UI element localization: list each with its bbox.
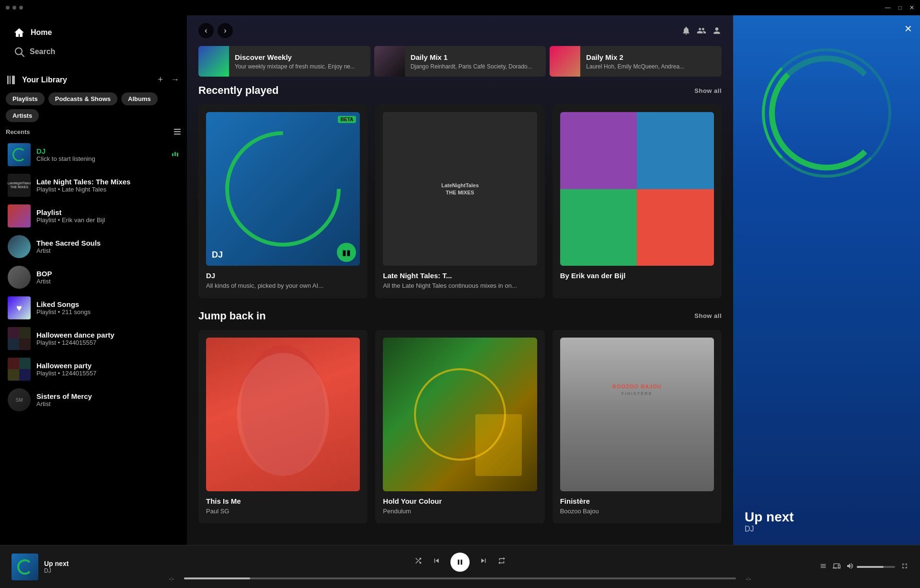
- hold-colour-sub: Pendulum: [383, 507, 537, 516]
- player-artist: DJ: [44, 567, 155, 574]
- jump-back-card-hold-colour[interactable]: Hold Your Colour Pendulum: [375, 330, 544, 524]
- bop-name: BOP: [36, 270, 179, 278]
- volume-icon[interactable]: [846, 562, 854, 572]
- dj-name: DJ: [36, 147, 166, 155]
- jump-back-card-finistere[interactable]: BOOZOO BAJOU FINISTÈRE Finistère Boozoo …: [552, 330, 722, 524]
- minimize-button[interactable]: —: [885, 4, 891, 11]
- volume-fill: [857, 566, 884, 568]
- sidebar-top: Home Search: [0, 15, 187, 65]
- collage-cell-1: [560, 112, 637, 189]
- topbar-actions: [681, 26, 722, 35]
- notifications-button[interactable]: [681, 26, 691, 35]
- library-item-bop[interactable]: BOP Artist: [2, 262, 185, 293]
- dj-playing-icon: [172, 150, 179, 159]
- halloween-dance-sub: Playlist • 1244015557: [36, 339, 179, 346]
- pause-button[interactable]: [450, 553, 470, 572]
- fullscreen-button[interactable]: [901, 562, 908, 572]
- collage-cell-4: [637, 189, 714, 266]
- shuffle-button[interactable]: [414, 556, 423, 567]
- recents-label[interactable]: Recents: [6, 128, 30, 136]
- library-item-sacred[interactable]: Thee Sacred Souls Artist: [2, 231, 185, 262]
- tab-podcasts[interactable]: Podcasts & Shows: [48, 92, 117, 105]
- svg-rect-2: [7, 76, 9, 84]
- top-card-daily-mix-1[interactable]: Daily Mix 1 Django Reinhardt, Paris Café…: [374, 46, 546, 77]
- recents-row: Recents: [0, 126, 187, 139]
- close-button[interactable]: ✕: [909, 4, 914, 11]
- player-info: Up next DJ: [44, 560, 155, 574]
- recently-played-title: Recently played: [198, 84, 279, 97]
- sacred-thumb: [8, 235, 31, 258]
- lnt-thumb: LateNightTalesTHE MIXES: [8, 174, 31, 197]
- sisters-sub: Artist: [36, 400, 179, 407]
- recently-played-card-dj[interactable]: BETA DJ ▮▮ DJ All kinds of music, picked…: [198, 104, 368, 298]
- sisters-thumb: SM: [8, 388, 31, 411]
- dj-beta-badge: BETA: [338, 116, 356, 123]
- collage-card-title: By Erik van der Bijl: [560, 271, 714, 280]
- devices-button[interactable]: [833, 562, 840, 572]
- tab-playlists[interactable]: Playlists: [6, 92, 45, 105]
- lnt-card-sub: All the Late Night Tales continuous mixe…: [383, 282, 537, 290]
- library-item-halloween-dance[interactable]: Halloween dance party Playlist • 1244015…: [2, 323, 185, 354]
- tab-albums[interactable]: Albums: [121, 92, 158, 105]
- titlebar-controls: — □ ✕: [885, 4, 914, 11]
- recently-played-section: Recently played Show all BETA DJ ▮▮ DJ A…: [187, 84, 733, 310]
- sidebar-item-search[interactable]: Search: [8, 42, 179, 61]
- topbar-nav: ‹ ›: [198, 23, 233, 38]
- panel-dj-ring: [769, 56, 884, 170]
- tab-artists[interactable]: Artists: [6, 109, 39, 122]
- recently-played-show-all[interactable]: Show all: [694, 87, 722, 94]
- library-item-lnt[interactable]: LateNightTalesTHE MIXES Late Night Tales…: [2, 170, 185, 201]
- halloween-party-thumb: [8, 358, 31, 381]
- lnt-sub: Playlist • Late Night Tales: [36, 186, 179, 193]
- jump-back-show-all[interactable]: Show all: [694, 312, 722, 319]
- recently-played-card-erik[interactable]: By Erik van der Bijl: [552, 104, 722, 298]
- previous-button[interactable]: [432, 556, 441, 567]
- player-bar: Up next DJ: [0, 545, 920, 588]
- volume-row: [846, 562, 895, 572]
- forward-button[interactable]: ›: [218, 23, 233, 38]
- search-label: Search: [30, 47, 55, 56]
- maximize-button[interactable]: □: [898, 4, 902, 11]
- library-item-liked[interactable]: ♥ Liked Songs Playlist • 211 songs: [2, 293, 185, 323]
- recently-played-card-lnt[interactable]: LateNightTalesTHE MIXES Late Night Tales…: [375, 104, 544, 298]
- volume-bar[interactable]: [857, 566, 895, 568]
- collage-card-thumb: [560, 112, 714, 266]
- lnt-card-thumb: LateNightTalesTHE MIXES: [383, 112, 537, 266]
- sacred-info: Thee Sacred Souls Artist: [36, 239, 179, 254]
- next-button[interactable]: [479, 556, 488, 567]
- library-item-halloween-party[interactable]: Halloween party Playlist • 1244015557: [2, 354, 185, 384]
- top-card-daily-mix-2[interactable]: Daily Mix 2 Laurel Hoh, Emily McQueen, A…: [550, 46, 722, 77]
- top-card-discover-weekly[interactable]: Discover Weekly Your weekly mixtape of f…: [198, 46, 370, 77]
- sidebar-item-home[interactable]: Home: [8, 23, 179, 42]
- library-item-dj[interactable]: DJ Click to start listening: [2, 139, 185, 170]
- erik-name: Playlist: [36, 208, 179, 216]
- library-icon: [6, 74, 17, 86]
- jump-back-card-this-is-me[interactable]: This Is Me Paul SG: [198, 330, 368, 524]
- back-button[interactable]: ‹: [198, 23, 214, 38]
- panel-close-button[interactable]: ✕: [904, 23, 912, 34]
- time-total: -:-: [740, 576, 757, 581]
- dj-card-thumb: BETA DJ ▮▮: [206, 112, 360, 266]
- jump-back-cards: This Is Me Paul SG Hold Your Colour Pend…: [198, 330, 722, 524]
- progress-bar[interactable]: [184, 577, 736, 579]
- bop-sub: Artist: [36, 278, 179, 285]
- dj-ring: [206, 112, 360, 266]
- library-item-erik[interactable]: Playlist Playlist • Erik van der Bijl: [2, 201, 185, 231]
- list-view-icon[interactable]: [173, 128, 181, 136]
- profile-button[interactable]: [712, 26, 722, 35]
- queue-button[interactable]: [819, 562, 827, 572]
- main-content: ‹ ›: [187, 15, 733, 545]
- repeat-button[interactable]: [497, 556, 506, 567]
- library-item-sisters[interactable]: SM Sisters of Mercy Artist: [2, 384, 185, 415]
- titlebar-dot-3: [19, 6, 23, 10]
- add-library-button[interactable]: +: [156, 73, 165, 87]
- svg-rect-4: [12, 76, 15, 84]
- expand-library-button[interactable]: →: [169, 73, 181, 87]
- home-label: Home: [31, 28, 52, 37]
- bop-thumb: [8, 266, 31, 289]
- friends-button[interactable]: [697, 26, 706, 35]
- finistere-sub: Boozoo Bajou: [560, 507, 714, 516]
- finistere-title: Finistère: [560, 497, 714, 505]
- sacred-name: Thee Sacred Souls: [36, 239, 179, 247]
- up-next-track: DJ: [745, 525, 754, 533]
